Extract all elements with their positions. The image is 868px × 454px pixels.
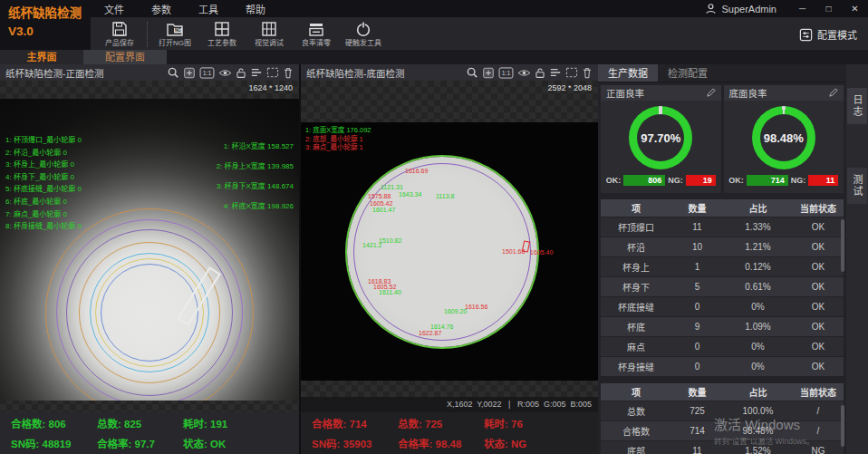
- table-row[interactable]: 合格数71498.48%/: [601, 421, 844, 441]
- front-camera-image: 1: 杯顶爆口_最小轮廓 02: 杯沿_最小轮廓 03: 杯身上_最小轮廓 04…: [0, 99, 299, 401]
- edit-pencil-icon[interactable]: [828, 88, 838, 98]
- table-scrollbar[interactable]: [841, 405, 844, 447]
- roi-rect-icon[interactable]: [565, 67, 578, 78]
- front-panel-title: 纸杯缺陷检测-正面检测: [5, 66, 104, 80]
- hard-trigger-button[interactable]: 硬触发工具: [340, 20, 387, 48]
- bottom-yield-card: 底面良率 98.48% OK: 714 NG: 11: [724, 85, 844, 193]
- defect-marker-label: 1501.68: [502, 248, 525, 255]
- front-yield-gauge: 97.70%: [629, 106, 692, 169]
- delete-icon[interactable]: [582, 67, 593, 79]
- bottom-status-bar: 合格数: 714 总数: 725 耗时: 76 SN码: 35903 合格率: …: [301, 412, 598, 454]
- status-total-count: 总数: 725: [398, 416, 484, 430]
- user-box[interactable]: SuperAdmin: [705, 3, 776, 14]
- zoom-icon[interactable]: [466, 66, 478, 79]
- lock-icon[interactable]: [535, 67, 545, 79]
- ok-count-bar: 806: [623, 175, 665, 186]
- ng-label: NG:: [668, 176, 683, 185]
- table-row[interactable]: 底部111.52%NG: [601, 441, 844, 454]
- defect-marker-label: 1421.2: [362, 242, 381, 248]
- tool-label: 硬触发工具: [345, 39, 381, 47]
- lock-icon[interactable]: [236, 67, 246, 79]
- status-elapsed: 耗时: 76: [484, 416, 570, 430]
- vision-debug-button[interactable]: 视觉调试: [246, 20, 293, 48]
- table-row[interactable]: 杯顶爆口111.33%OK: [601, 217, 844, 237]
- table-header-row[interactable]: 项数量占比当前状态: [601, 383, 844, 401]
- table-row[interactable]: 麻点00%OK: [601, 337, 844, 357]
- table-cell: 占比: [723, 201, 793, 215]
- pixel-coordinate-readout: X,1602 Y,0022 | R:005 G:005 B:005: [447, 400, 592, 409]
- table-row[interactable]: 杯身下50.61%OK: [601, 277, 844, 297]
- log-tab[interactable]: 日志: [847, 88, 867, 124]
- zoom-icon[interactable]: [167, 66, 179, 79]
- tab-main-view[interactable]: 主界面: [0, 50, 83, 64]
- status-total-count: 总数: 825: [97, 416, 183, 430]
- defect-marker-label: 1616.56: [465, 304, 487, 310]
- tab-config-view[interactable]: 配置界面: [83, 50, 167, 64]
- side-strip: 日志 测试: [846, 64, 868, 454]
- edit-pencil-icon[interactable]: [706, 88, 716, 98]
- annotation-line: 3: 杯身上_最小轮廓 0: [5, 159, 82, 171]
- roi-rect-icon[interactable]: [266, 67, 279, 78]
- fit-view-icon[interactable]: [482, 67, 495, 79]
- defect-table-body: 杯顶爆口111.33%OK杯沿101.21%OK杯身上10.12%OK杯身下50…: [601, 217, 844, 377]
- toolbar-divider: [147, 22, 148, 47]
- defect-marker-label: 1622.87: [419, 330, 441, 336]
- annotation-line: 4: 杯身下_最小轮廓 0: [5, 171, 82, 184]
- table-row[interactable]: 杯底91.09%OK: [601, 317, 844, 337]
- table-row[interactable]: 总数725100.0%/: [601, 401, 844, 421]
- table-cell: OK: [793, 302, 844, 312]
- delete-icon[interactable]: [283, 67, 294, 79]
- table-row[interactable]: 杯身接缝00%OK: [601, 357, 844, 377]
- page-tabs: 主界面 配置界面: [0, 50, 868, 64]
- table-cell: 100.0%: [723, 406, 793, 416]
- fit-view-icon[interactable]: [183, 67, 196, 79]
- config-mode-button[interactable]: 配置模式: [799, 27, 857, 42]
- actual-size-icon[interactable]: 1:1: [199, 67, 215, 79]
- tab-production-data[interactable]: 生产数据: [598, 64, 658, 82]
- menu-item[interactable]: 参数: [138, 2, 185, 16]
- table-row[interactable]: 杯身上10.12%OK: [601, 257, 844, 277]
- yield-reset-button[interactable]: 良率清零: [293, 20, 340, 48]
- bottom-yield-percent: 98.48%: [760, 114, 807, 161]
- annotation-line: 3: 杯身下X宽度 148.674: [217, 177, 294, 197]
- summary-table-body: 总数725100.0%/合格数71498.48%/底部111.52%NG麻点00…: [601, 401, 844, 454]
- table-scrollbar[interactable]: [841, 219, 844, 272]
- eye-icon[interactable]: [517, 68, 531, 78]
- table-row[interactable]: 杯沿101.21%OK: [601, 237, 844, 257]
- table-row[interactable]: 杯底接缝00%OK: [601, 297, 844, 317]
- save-product-button[interactable]: 产品保存: [96, 20, 143, 48]
- menu-item[interactable]: 文件: [91, 2, 138, 16]
- front-image-viewport[interactable]: 1624 * 1240 1: 杯顶爆口_最小轮廓 02: 杯沿_最小轮廓 03:…: [0, 81, 299, 412]
- table-cell: 11: [671, 222, 723, 232]
- folder-ng-icon: NG: [166, 20, 184, 38]
- bottom-yield-gauge: 98.48%: [752, 106, 815, 169]
- test-tab[interactable]: 测试: [847, 168, 867, 204]
- defect-table-head: 项数量占比当前状态: [601, 199, 844, 217]
- actual-size-icon[interactable]: 1:1: [498, 67, 514, 79]
- front-camera-panel: 纸杯缺陷检测-正面检测 1:1 1624 * 1240: [0, 64, 299, 454]
- annotation-line: 1: 底面X宽度 176.092: [305, 126, 371, 135]
- process-params-button[interactable]: 工艺参数: [198, 20, 246, 48]
- minimize-button[interactable]: ─: [789, 0, 815, 17]
- user-icon: [705, 3, 717, 14]
- bottom-annotations: 1: 底面X宽度 176.0922: 底部_最小轮廓 13: 麻点_最小轮廓 1: [305, 126, 371, 152]
- table-header-row[interactable]: 项数量占比当前状态: [601, 199, 844, 217]
- front-resolution: 1624 * 1240: [248, 83, 293, 92]
- maximize-button[interactable]: □: [815, 0, 842, 17]
- menu-item[interactable]: 帮助: [232, 2, 279, 16]
- tab-detection-config[interactable]: 检测配置: [658, 64, 718, 82]
- annotation-line: 3: 麻点_最小轮廓 1: [305, 143, 371, 152]
- config-mode-icon: [799, 28, 813, 42]
- layers-list-icon[interactable]: [549, 67, 562, 78]
- table-cell: 9: [671, 322, 723, 332]
- menu-item[interactable]: 工具: [185, 2, 232, 16]
- svg-text:1:1: 1:1: [502, 70, 511, 76]
- save-icon: [111, 20, 129, 38]
- close-button[interactable]: ✕: [842, 0, 868, 17]
- bottom-image-viewport[interactable]: 2592 * 2048 1616.691121.311643.341575.88…: [301, 81, 598, 412]
- layers-list-icon[interactable]: [250, 67, 263, 78]
- open-ng-image-button[interactable]: NG 打开NG图: [151, 20, 198, 48]
- table-cell: 总数: [601, 404, 671, 418]
- bottom-panel-header: 纸杯缺陷检测-底面检测 1:1: [301, 64, 598, 81]
- eye-icon[interactable]: [218, 68, 232, 78]
